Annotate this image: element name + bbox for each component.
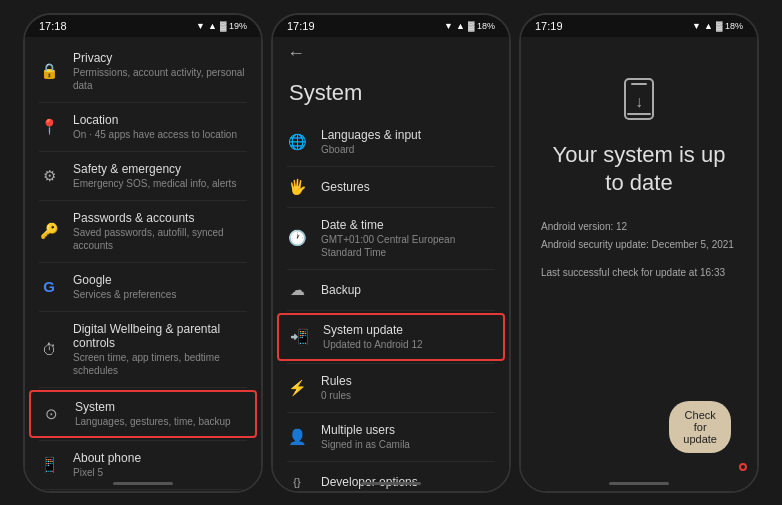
check-update-button[interactable]: Check for update: [669, 401, 731, 453]
location-title: Location: [73, 113, 237, 127]
system-settings-list: 🌐 Languages & input Gboard 🖐 Gestures 🕐 …: [273, 114, 509, 491]
update-info: Android version: 12 Android security upd…: [541, 218, 737, 282]
datetime-subtitle: GMT+01:00 Central European Standard Time: [321, 233, 495, 259]
users-subtitle: Signed in as Camila: [321, 438, 410, 451]
backup-title: Backup: [321, 283, 361, 297]
battery-icon-1: ▓ 19%: [220, 21, 247, 31]
screen-1: 🔒 Privacy Permissions, account activity,…: [25, 37, 261, 491]
users-icon: 👤: [287, 427, 307, 447]
system-item[interactable]: ⊙ System Languages, gestures, time, back…: [31, 392, 255, 436]
datetime-title: Date & time: [321, 218, 495, 232]
privacy-icon: 🔒: [39, 61, 59, 81]
svg-text:↓: ↓: [635, 93, 643, 110]
wellbeing-item[interactable]: ⏱ Digital Wellbeing & parental controls …: [25, 312, 261, 387]
languages-subtitle: Gboard: [321, 143, 421, 156]
users-item[interactable]: 👤 Multiple users Signed in as Camila: [273, 413, 509, 461]
privacy-title: Privacy: [73, 51, 247, 65]
signal-icon-1: ▼: [196, 21, 205, 31]
about-subtitle: Pixel 5: [73, 466, 141, 479]
status-icons-3: ▼ ▲ ▓ 18%: [692, 21, 743, 31]
signal-icon-2: ▼: [444, 21, 453, 31]
wellbeing-subtitle: Screen time, app timers, bedtime schedul…: [73, 351, 247, 377]
phone-2: 17:19 ▼ ▲ ▓ 18% ← System 🌐 Languages & i…: [271, 13, 511, 493]
privacy-item[interactable]: 🔒 Privacy Permissions, account activity,…: [25, 41, 261, 102]
google-icon: G: [39, 277, 59, 297]
wellbeing-icon: ⏱: [39, 339, 59, 359]
phone-1: 17:18 ▼ ▲ ▓ 19% 🔒 Privacy Permissions, a…: [23, 13, 263, 493]
last-check-line: Last successful check for update at 16:3…: [541, 264, 737, 282]
settings-list: 🔒 Privacy Permissions, account activity,…: [25, 37, 261, 491]
status-bar-1: 17:18 ▼ ▲ ▓ 19%: [25, 15, 261, 37]
wellbeing-title: Digital Wellbeing & parental controls: [73, 322, 247, 350]
home-bar-1: [113, 482, 173, 485]
status-bar-3: 17:19 ▼ ▲ ▓ 18%: [521, 15, 757, 37]
system-icon: ⊙: [41, 404, 61, 424]
languages-title: Languages & input: [321, 128, 421, 142]
system-page-title: System: [273, 70, 509, 114]
svg-rect-3: [627, 113, 651, 115]
languages-icon: 🌐: [287, 132, 307, 152]
backup-item[interactable]: ☁ Backup: [273, 270, 509, 310]
passwords-icon: 🔑: [39, 221, 59, 241]
status-icons-2: ▼ ▲ ▓ 18%: [444, 21, 495, 31]
gestures-icon: 🖐: [287, 177, 307, 197]
about-icon: 📱: [39, 455, 59, 475]
update-icon-area: ↓: [617, 77, 661, 125]
system-update-title: System update: [323, 323, 423, 337]
location-icon: 📍: [39, 117, 59, 137]
signal-icon-3: ▼: [692, 21, 701, 31]
developer-item[interactable]: {} Developer options: [273, 462, 509, 491]
wifi-icon-3: ▲: [704, 21, 713, 31]
system-update-subtitle: Updated to Android 12: [323, 338, 423, 351]
rules-item[interactable]: ⚡ Rules 0 rules: [273, 364, 509, 412]
passwords-title: Passwords & accounts: [73, 211, 247, 225]
screen-3: ↓ Your system is up to date Android vers…: [521, 37, 757, 491]
system-title: System: [75, 400, 231, 414]
home-bar-3: [609, 482, 669, 485]
system-update-icon: 📲: [289, 327, 309, 347]
status-icons-1: ▼ ▲ ▓ 19%: [196, 21, 247, 31]
phone-update-icon: ↓: [617, 77, 661, 121]
divider: [39, 387, 247, 388]
passwords-item[interactable]: 🔑 Passwords & accounts Saved passwords, …: [25, 201, 261, 262]
security-update-line: Android security update: December 5, 202…: [541, 236, 737, 254]
google-title: Google: [73, 273, 176, 287]
status-time-1: 17:18: [39, 20, 67, 32]
tips-item[interactable]: ❓ Tips & support Help articles, phone & …: [25, 490, 261, 491]
home-bar-2: [361, 482, 421, 485]
location-subtitle: On · 45 apps have access to location: [73, 128, 237, 141]
users-title: Multiple users: [321, 423, 410, 437]
status-bar-2: 17:19 ▼ ▲ ▓ 18%: [273, 15, 509, 37]
rules-icon: ⚡: [287, 378, 307, 398]
gestures-item[interactable]: 🖐 Gestures: [273, 167, 509, 207]
battery-icon-3: ▓ 18%: [716, 21, 743, 31]
passwords-subtitle: Saved passwords, autofill, synced accoun…: [73, 226, 247, 252]
svg-rect-1: [631, 83, 647, 85]
rules-subtitle: 0 rules: [321, 389, 352, 402]
wifi-icon-2: ▲: [456, 21, 465, 31]
status-time-3: 17:19: [535, 20, 563, 32]
location-item[interactable]: 📍 Location On · 45 apps have access to l…: [25, 103, 261, 151]
gestures-title: Gestures: [321, 180, 370, 194]
datetime-item[interactable]: 🕐 Date & time GMT+01:00 Central European…: [273, 208, 509, 269]
about-title: About phone: [73, 451, 141, 465]
update-title: Your system is up to date: [541, 141, 737, 198]
battery-icon-2: ▓ 18%: [468, 21, 495, 31]
screen-2: ← System 🌐 Languages & input Gboard 🖐 Ge…: [273, 37, 509, 491]
android-version-line: Android version: 12: [541, 218, 737, 236]
system-update-item[interactable]: 📲 System update Updated to Android 12: [279, 315, 503, 359]
google-item[interactable]: G Google Services & preferences: [25, 263, 261, 311]
safety-icon: ⚙: [39, 166, 59, 186]
safety-subtitle: Emergency SOS, medical info, alerts: [73, 177, 236, 190]
safety-item[interactable]: ⚙ Safety & emergency Emergency SOS, medi…: [25, 152, 261, 200]
developer-icon: {}: [287, 472, 307, 491]
divider: [287, 310, 495, 311]
phone-3: 17:19 ▼ ▲ ▓ 18% ↓ Your system is up to d…: [519, 13, 759, 493]
languages-item[interactable]: 🌐 Languages & input Gboard: [273, 118, 509, 166]
backup-icon: ☁: [287, 280, 307, 300]
privacy-subtitle: Permissions, account activity, personal …: [73, 66, 247, 92]
rules-title: Rules: [321, 374, 352, 388]
back-button[interactable]: ←: [273, 37, 509, 70]
wifi-icon-1: ▲: [208, 21, 217, 31]
system-subtitle: Languages, gestures, time, backup: [75, 415, 231, 428]
